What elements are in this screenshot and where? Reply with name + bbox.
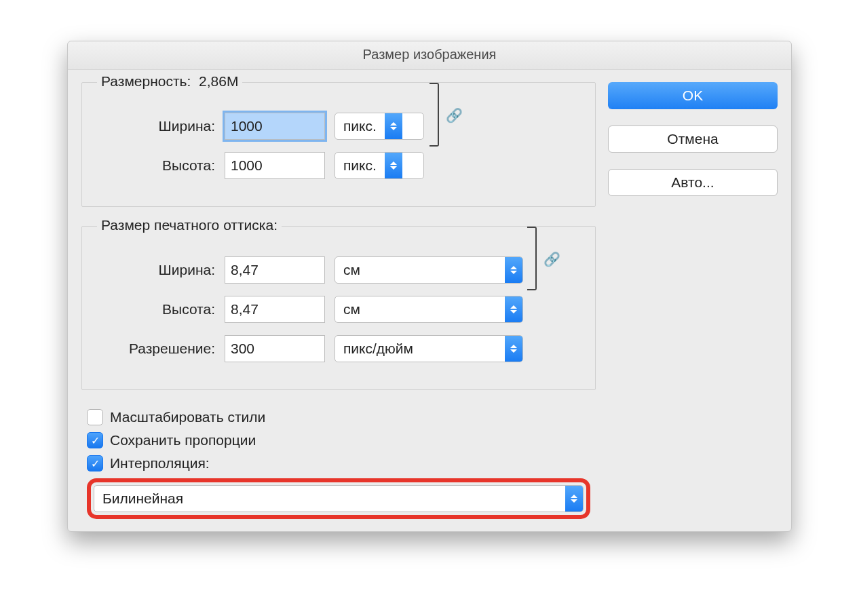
resample-label: Интерполяция:: [110, 455, 210, 471]
resample-checkbox[interactable]: ✓: [87, 455, 103, 471]
interpolation-text: Билинейная: [94, 490, 565, 507]
chevron-updown-icon: [565, 486, 583, 512]
constrain-proportions-checkbox[interactable]: ✓: [87, 432, 103, 448]
resolution-unit-select[interactable]: пикс/дюйм: [335, 335, 523, 362]
print-width-unit-text: см: [335, 262, 505, 278]
cancel-button[interactable]: Отмена: [608, 126, 778, 153]
print-width-input[interactable]: [225, 256, 325, 284]
print-height-unit-text: см: [335, 301, 505, 317]
interpolation-highlight: Билинейная: [87, 478, 590, 519]
interpolation-select[interactable]: Билинейная: [94, 485, 584, 512]
print-height-input[interactable]: [225, 296, 325, 323]
image-size-dialog: Размер изображения Размерность: 2,86М Ши…: [67, 41, 792, 532]
link-icon: 🔗: [543, 251, 560, 267]
print-size-group: Размер печатного оттиска: Ширина: см Выс…: [81, 226, 596, 390]
pixel-height-input[interactable]: [225, 152, 325, 179]
pixel-height-unit-select[interactable]: пикс.: [335, 152, 424, 179]
print-width-label: Ширина:: [94, 262, 215, 278]
resolution-label: Разрешение:: [94, 341, 215, 357]
auto-button[interactable]: Авто...: [608, 169, 778, 196]
dialog-title: Размер изображения: [68, 41, 791, 70]
pixel-height-label: Высота:: [94, 157, 215, 174]
chevron-updown-icon: [385, 113, 402, 139]
pixel-dimensions-group: Размерность: 2,86М Ширина: пикс. Высота:…: [81, 82, 596, 207]
resolution-input[interactable]: [225, 335, 325, 362]
scale-styles-checkbox[interactable]: [87, 409, 103, 425]
constrain-proportions-label: Сохранить пропорции: [110, 432, 256, 448]
print-width-unit-select[interactable]: см: [335, 256, 523, 284]
chevron-updown-icon: [505, 257, 522, 283]
print-height-unit-select[interactable]: см: [335, 296, 523, 323]
ok-button[interactable]: OK: [608, 82, 778, 109]
resolution-unit-text: пикс/дюйм: [335, 341, 505, 357]
pixel-width-unit-select[interactable]: пикс.: [335, 113, 424, 140]
print-height-label: Высота:: [94, 301, 215, 317]
chevron-updown-icon: [505, 336, 522, 362]
scale-styles-label: Масштабировать стили: [110, 409, 265, 425]
dimensions-label: Размерность:: [101, 73, 191, 89]
chevron-updown-icon: [385, 153, 402, 178]
pixel-height-unit-text: пикс.: [335, 157, 385, 174]
pixel-width-unit-text: пикс.: [335, 118, 385, 134]
pixel-width-label: Ширина:: [94, 118, 215, 134]
pixel-width-input[interactable]: [225, 113, 325, 140]
link-icon: 🔗: [446, 107, 463, 123]
pixel-dimensions-heading: Размерность: 2,86М: [97, 73, 242, 90]
dimensions-value: 2,86М: [199, 73, 238, 89]
chevron-updown-icon: [505, 296, 522, 322]
print-size-heading: Размер печатного оттиска:: [97, 217, 282, 233]
